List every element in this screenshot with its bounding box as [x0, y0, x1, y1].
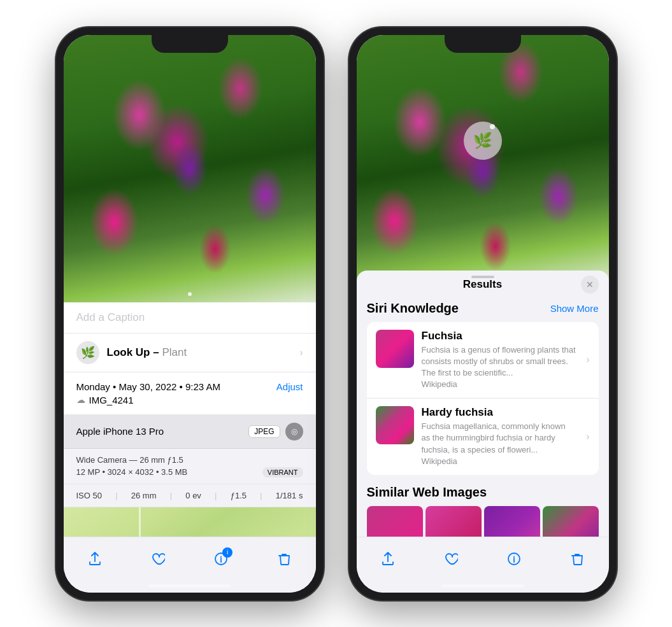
- results-panel: Results ✕ Siri Knowledge Show More Fuchs…: [357, 271, 609, 537]
- phone-right-screen: 🌿 Results ✕ Siri Knowledge Show More: [357, 35, 609, 593]
- show-more-button[interactable]: Show More: [550, 303, 599, 314]
- vibrant-badge: VIBRANT: [262, 467, 303, 477]
- fuchsia-source: Wikipedia: [422, 379, 576, 390]
- photo-indicator-left: [188, 292, 192, 296]
- shutter-speed: 1/181 s: [276, 491, 303, 500]
- info-button[interactable]: i: [207, 545, 235, 573]
- share-button[interactable]: [81, 545, 109, 573]
- web-image-3[interactable]: [484, 506, 540, 537]
- delete-button[interactable]: [270, 545, 298, 573]
- hardy-chevron-icon: ›: [586, 431, 589, 442]
- knowledge-card: Fuchsia Fuchsia is a genus of flowering …: [367, 322, 599, 476]
- resolution: 12 MP • 3024 × 4032 • 3.5 MB: [76, 467, 188, 477]
- phone-right: 🌿 Results ✕ Siri Knowledge Show More: [349, 27, 617, 600]
- notch-right: [445, 35, 521, 53]
- hardy-thumbnail: [376, 406, 414, 444]
- visual-lookup-icon: 🌿: [76, 341, 99, 364]
- results-title: Results: [463, 278, 502, 291]
- share-button-right[interactable]: [374, 545, 402, 573]
- adjust-button[interactable]: Adjust: [276, 381, 303, 392]
- caption-placeholder[interactable]: Add a Caption: [76, 311, 145, 323]
- photo-info-section: Monday • May 30, 2022 • 9:23 AM Adjust ☁…: [64, 372, 316, 415]
- focal-length: 26 mm: [131, 491, 157, 500]
- results-close-button[interactable]: ✕: [581, 276, 599, 293]
- delete-button-right[interactable]: [563, 545, 591, 573]
- cloud-icon: ☁: [76, 395, 85, 405]
- siri-knowledge-title: Siri Knowledge: [367, 301, 459, 316]
- jpeg-badge: JPEG: [248, 425, 280, 438]
- web-images-header: Similar Web Images: [367, 483, 599, 500]
- fuchsia-name: Fuchsia: [422, 330, 576, 342]
- info-badge: i: [222, 547, 232, 558]
- web-images-section: Similar Web Images: [357, 475, 609, 537]
- siri-knowledge-header: Siri Knowledge Show More: [367, 299, 599, 316]
- web-image-1[interactable]: [367, 506, 423, 537]
- exif-row: ISO 50 | 26 mm | 0 ev | ƒ1.5 | 1/181 s: [64, 484, 316, 507]
- notch-left: [152, 35, 228, 53]
- location-badge-icon: ◎: [285, 423, 303, 440]
- photo-display-left[interactable]: [64, 35, 316, 302]
- drag-handle: [471, 276, 494, 278]
- aperture-value: ƒ1.5: [231, 491, 247, 500]
- hardy-description: Fuchsia magellanica, commonly known as t…: [422, 421, 576, 456]
- device-section: Apple iPhone 13 Pro JPEG ◎: [64, 415, 316, 449]
- fuchsia-chevron-icon: ›: [586, 354, 589, 365]
- phone-left: Add a Caption 🌿 Look Up – Plant › Monday…: [56, 27, 324, 600]
- web-images-grid: [367, 506, 599, 537]
- results-header: Results ✕: [357, 271, 609, 299]
- phone-left-screen: Add a Caption 🌿 Look Up – Plant › Monday…: [64, 35, 316, 593]
- siri-visual-lookup-button[interactable]: 🌿: [464, 122, 502, 160]
- camera-specs: Wide Camera — 26 mm ƒ1.5 12 MP • 3024 × …: [64, 449, 316, 484]
- fuchsia-description: Fuchsia is a genus of flowering plants t…: [422, 344, 576, 379]
- knowledge-item-hardy[interactable]: Hardy fuchsia Fuchsia magellanica, commo…: [367, 398, 599, 475]
- favorite-button-right[interactable]: [437, 545, 465, 573]
- info-button-right[interactable]: [500, 545, 528, 573]
- device-badges: JPEG ◎: [248, 423, 303, 440]
- hardy-info: Hardy fuchsia Fuchsia magellanica, commo…: [422, 406, 576, 467]
- filename: IMG_4241: [89, 395, 134, 405]
- lookup-row[interactable]: 🌿 Look Up – Plant ›: [64, 334, 316, 372]
- exposure-value: 0 ev: [185, 491, 201, 500]
- lookup-chevron-icon: ›: [299, 347, 303, 358]
- favorite-button[interactable]: [144, 545, 172, 573]
- home-indicator-left: [148, 584, 231, 588]
- fuchsia-thumbnail: [376, 330, 414, 368]
- siri-knowledge-section: Siri Knowledge Show More Fuchsia Fuchsia…: [357, 299, 609, 476]
- hardy-name: Hardy fuchsia: [422, 406, 576, 419]
- fuchsia-info: Fuchsia Fuchsia is a genus of flowering …: [422, 330, 576, 391]
- device-name: Apple iPhone 13 Pro: [76, 426, 164, 437]
- lookup-label: Look Up – Plant: [107, 346, 187, 359]
- home-indicator-right: [441, 584, 524, 588]
- camera-type: Wide Camera — 26 mm ƒ1.5: [76, 455, 303, 465]
- photo-display-right[interactable]: 🌿: [357, 35, 609, 283]
- flower-image-left: [64, 35, 316, 302]
- photo-date: Monday • May 30, 2022 • 9:23 AM: [76, 381, 220, 392]
- caption-area[interactable]: Add a Caption: [64, 302, 316, 334]
- web-images-title: Similar Web Images: [367, 485, 487, 500]
- knowledge-item-fuchsia[interactable]: Fuchsia Fuchsia is a genus of flowering …: [367, 322, 599, 399]
- web-image-4[interactable]: [543, 506, 599, 537]
- iso-value: ISO 50: [76, 491, 102, 500]
- hardy-source: Wikipedia: [422, 456, 576, 467]
- web-image-2[interactable]: [425, 506, 482, 537]
